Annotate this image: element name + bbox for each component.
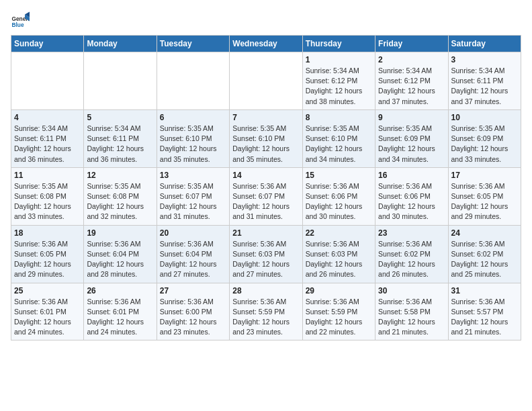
calendar-cell — [230, 52, 302, 110]
header-sunday: Sunday — [11, 36, 84, 52]
day-number: 7 — [232, 113, 299, 122]
day-number: 17 — [451, 171, 518, 180]
calendar-week-4: 18Sunrise: 5:36 AM Sunset: 6:05 PM Dayli… — [11, 225, 521, 283]
day-info: Sunrise: 5:35 AM Sunset: 6:09 PM Dayligh… — [378, 124, 445, 165]
calendar-cell: 26Sunrise: 5:36 AM Sunset: 6:01 PM Dayli… — [84, 283, 157, 340]
calendar-cell: 22Sunrise: 5:36 AM Sunset: 6:03 PM Dayli… — [302, 225, 375, 283]
calendar-cell: 16Sunrise: 5:36 AM Sunset: 6:06 PM Dayli… — [375, 167, 448, 225]
calendar-cell: 13Sunrise: 5:35 AM Sunset: 6:07 PM Dayli… — [157, 167, 229, 225]
calendar-cell: 23Sunrise: 5:36 AM Sunset: 6:02 PM Dayli… — [375, 225, 448, 283]
day-info: Sunrise: 5:35 AM Sunset: 6:08 PM Dayligh… — [87, 181, 153, 222]
day-info: Sunrise: 5:36 AM Sunset: 6:02 PM Dayligh… — [378, 239, 445, 280]
calendar-cell: 19Sunrise: 5:36 AM Sunset: 6:04 PM Dayli… — [84, 225, 157, 283]
header-thursday: Thursday — [302, 36, 375, 52]
calendar-cell: 17Sunrise: 5:36 AM Sunset: 6:05 PM Dayli… — [448, 167, 521, 225]
header-monday: Monday — [84, 36, 157, 52]
calendar-cell: 24Sunrise: 5:36 AM Sunset: 6:02 PM Dayli… — [448, 225, 521, 283]
day-info: Sunrise: 5:36 AM Sunset: 6:06 PM Dayligh… — [306, 181, 372, 222]
calendar-cell: 1Sunrise: 5:34 AM Sunset: 6:12 PM Daylig… — [302, 52, 375, 110]
calendar-header-row: SundayMondayTuesdayWednesdayThursdayFrid… — [11, 36, 521, 52]
day-number: 19 — [87, 228, 153, 238]
day-info: Sunrise: 5:36 AM Sunset: 6:07 PM Dayligh… — [232, 181, 299, 222]
calendar-week-1: 1Sunrise: 5:34 AM Sunset: 6:12 PM Daylig… — [11, 52, 521, 110]
day-info: Sunrise: 5:34 AM Sunset: 6:12 PM Dayligh… — [378, 66, 445, 107]
day-info: Sunrise: 5:36 AM Sunset: 6:05 PM Dayligh… — [451, 181, 518, 222]
day-number: 3 — [451, 55, 518, 64]
day-number: 23 — [378, 228, 445, 238]
day-info: Sunrise: 5:36 AM Sunset: 6:00 PM Dayligh… — [160, 297, 226, 338]
day-info: Sunrise: 5:36 AM Sunset: 6:03 PM Dayligh… — [232, 239, 299, 280]
day-number: 1 — [306, 55, 372, 64]
calendar-cell: 6Sunrise: 5:35 AM Sunset: 6:10 PM Daylig… — [157, 109, 229, 167]
day-number: 21 — [232, 228, 299, 238]
calendar-cell — [84, 52, 157, 110]
day-number: 12 — [87, 171, 153, 180]
day-info: Sunrise: 5:34 AM Sunset: 6:11 PM Dayligh… — [451, 66, 518, 107]
calendar-cell: 10Sunrise: 5:35 AM Sunset: 6:09 PM Dayli… — [448, 109, 521, 167]
day-number: 29 — [306, 286, 372, 295]
day-number: 6 — [160, 113, 226, 122]
day-number: 24 — [451, 228, 518, 238]
calendar-cell: 2Sunrise: 5:34 AM Sunset: 6:12 PM Daylig… — [375, 52, 448, 110]
svg-text:Blue: Blue — [11, 21, 24, 28]
day-info: Sunrise: 5:36 AM Sunset: 6:04 PM Dayligh… — [87, 239, 153, 280]
day-number: 28 — [232, 286, 299, 295]
day-info: Sunrise: 5:35 AM Sunset: 6:10 PM Dayligh… — [160, 124, 226, 165]
calendar-cell: 28Sunrise: 5:36 AM Sunset: 5:59 PM Dayli… — [230, 283, 302, 340]
day-info: Sunrise: 5:36 AM Sunset: 6:03 PM Dayligh… — [306, 239, 372, 280]
day-info: Sunrise: 5:36 AM Sunset: 6:04 PM Dayligh… — [160, 239, 226, 280]
day-info: Sunrise: 5:36 AM Sunset: 5:59 PM Dayligh… — [306, 297, 372, 338]
day-number: 18 — [14, 228, 81, 238]
day-number: 22 — [306, 228, 372, 238]
day-number: 20 — [160, 228, 226, 238]
day-number: 26 — [87, 286, 153, 295]
day-info: Sunrise: 5:36 AM Sunset: 5:59 PM Dayligh… — [232, 297, 299, 338]
day-info: Sunrise: 5:35 AM Sunset: 6:09 PM Dayligh… — [451, 124, 518, 165]
day-info: Sunrise: 5:36 AM Sunset: 5:57 PM Dayligh… — [451, 297, 518, 338]
header-tuesday: Tuesday — [157, 36, 229, 52]
calendar-cell: 31Sunrise: 5:36 AM Sunset: 5:57 PM Dayli… — [448, 283, 521, 340]
calendar-week-2: 4Sunrise: 5:34 AM Sunset: 6:11 PM Daylig… — [11, 109, 521, 167]
day-number: 11 — [14, 171, 81, 180]
day-number: 15 — [306, 171, 372, 180]
header-wednesday: Wednesday — [230, 36, 302, 52]
day-info: Sunrise: 5:36 AM Sunset: 6:01 PM Dayligh… — [87, 297, 153, 338]
calendar-table: SundayMondayTuesdayWednesdayThursdayFrid… — [11, 35, 521, 340]
day-info: Sunrise: 5:35 AM Sunset: 6:08 PM Dayligh… — [14, 181, 81, 222]
calendar-cell: 18Sunrise: 5:36 AM Sunset: 6:05 PM Dayli… — [11, 225, 84, 283]
day-number: 10 — [451, 113, 518, 122]
calendar-cell — [11, 52, 84, 110]
calendar-cell: 30Sunrise: 5:36 AM Sunset: 5:58 PM Dayli… — [375, 283, 448, 340]
day-info: Sunrise: 5:34 AM Sunset: 6:12 PM Dayligh… — [306, 66, 372, 107]
day-number: 30 — [378, 286, 445, 295]
header-friday: Friday — [375, 36, 448, 52]
calendar-cell: 12Sunrise: 5:35 AM Sunset: 6:08 PM Dayli… — [84, 167, 157, 225]
calendar-cell: 25Sunrise: 5:36 AM Sunset: 6:01 PM Dayli… — [11, 283, 84, 340]
day-number: 2 — [378, 55, 445, 64]
calendar-cell: 7Sunrise: 5:35 AM Sunset: 6:10 PM Daylig… — [230, 109, 302, 167]
calendar-cell: 8Sunrise: 5:35 AM Sunset: 6:10 PM Daylig… — [302, 109, 375, 167]
calendar-cell: 27Sunrise: 5:36 AM Sunset: 6:00 PM Dayli… — [157, 283, 229, 340]
calendar-week-5: 25Sunrise: 5:36 AM Sunset: 6:01 PM Dayli… — [11, 283, 521, 340]
logo-icon: General Blue — [11, 11, 30, 30]
calendar-cell: 14Sunrise: 5:36 AM Sunset: 6:07 PM Dayli… — [230, 167, 302, 225]
day-info: Sunrise: 5:36 AM Sunset: 6:01 PM Dayligh… — [14, 297, 81, 338]
header-saturday: Saturday — [448, 36, 521, 52]
calendar-cell: 15Sunrise: 5:36 AM Sunset: 6:06 PM Dayli… — [302, 167, 375, 225]
day-info: Sunrise: 5:36 AM Sunset: 6:02 PM Dayligh… — [451, 239, 518, 280]
day-number: 4 — [14, 113, 81, 122]
calendar-cell — [157, 52, 229, 110]
day-info: Sunrise: 5:35 AM Sunset: 6:10 PM Dayligh… — [232, 124, 299, 165]
calendar-cell: 11Sunrise: 5:35 AM Sunset: 6:08 PM Dayli… — [11, 167, 84, 225]
day-number: 31 — [451, 286, 518, 295]
calendar-cell: 3Sunrise: 5:34 AM Sunset: 6:11 PM Daylig… — [448, 52, 521, 110]
day-number: 16 — [378, 171, 445, 180]
day-info: Sunrise: 5:36 AM Sunset: 6:05 PM Dayligh… — [14, 239, 81, 280]
calendar-cell: 20Sunrise: 5:36 AM Sunset: 6:04 PM Dayli… — [157, 225, 229, 283]
day-number: 25 — [14, 286, 81, 295]
day-number: 13 — [160, 171, 226, 180]
logo: General Blue — [11, 11, 32, 30]
day-info: Sunrise: 5:36 AM Sunset: 5:58 PM Dayligh… — [378, 297, 445, 338]
calendar-cell: 4Sunrise: 5:34 AM Sunset: 6:11 PM Daylig… — [11, 109, 84, 167]
day-number: 5 — [87, 113, 153, 122]
